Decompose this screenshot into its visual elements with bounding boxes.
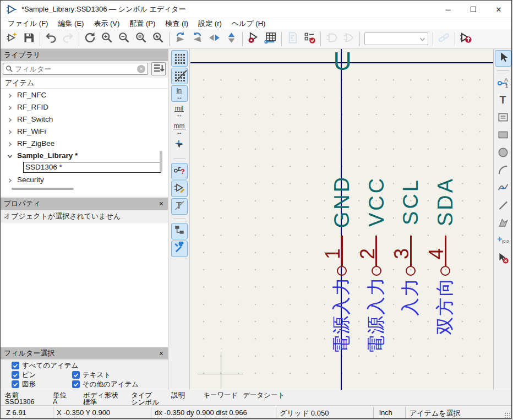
textbox-tool-button[interactable] [495,110,511,127]
drawing-tools-toolbar: A1T(0,0) [493,49,512,390]
rotate-ccw-button[interactable] [172,30,189,47]
save-button[interactable] [20,30,37,47]
redo-button[interactable] [59,30,77,47]
zoom-in-button[interactable] [99,30,116,47]
refresh-view-button[interactable] [81,30,99,47]
zoom-selection-button[interactable] [150,30,167,47]
minimize-button[interactable]: ─ [435,1,461,18]
symbol-name-edit-field[interactable]: SSD1306 * [23,162,161,173]
editor-canvas[interactable]: U 1GND電源入力2VCC電源入力3SCL入力4SDA双方向 [190,49,493,390]
tree-item-rf-wifi[interactable]: RF_WiFi [1,125,168,137]
grid-override-button[interactable] [171,68,188,84]
delete-tool-button[interactable] [495,251,511,268]
maximize-button[interactable] [461,1,486,18]
symbol-tree-icon [173,224,185,238]
filter-close-icon[interactable]: × [159,347,163,359]
zoom-out-button[interactable] [116,30,133,47]
pin-electrical-types-button[interactable]: ? [171,163,188,179]
pin-table-button[interactable] [262,30,279,47]
close-button[interactable]: ✕ [486,1,511,18]
properties-close-icon[interactable]: × [159,198,163,210]
filter-checkbox-1[interactable]: ピン [12,370,36,379]
tree-item-ssd1306[interactable]: SSD1306 * [1,161,168,173]
filter-checkbox-2[interactable]: テキスト [72,370,111,379]
zoom-out-icon [118,31,130,46]
clear-search-icon[interactable]: × [137,65,145,73]
chevron-collapsed-icon[interactable] [7,116,13,122]
symbol-properties-button[interactable] [245,30,262,47]
units-mils-button[interactable]: mil↔ [171,103,188,119]
search-input[interactable] [14,65,137,73]
polygon-tool-button[interactable] [495,216,511,232]
menu-item-2[interactable]: 表示 (V) [89,18,124,29]
arc-tool-button[interactable] [495,163,511,179]
bezier-tool-button[interactable] [495,181,511,197]
sync-pins-button[interactable] [435,30,452,47]
tree-vertical-scrollbar[interactable] [160,151,162,172]
select-tool-button[interactable] [495,50,511,67]
tree-item-rf-nfc[interactable]: RF_NFC [1,89,168,101]
chevron-collapsed-icon[interactable] [7,128,13,134]
mirror-horizontal-button[interactable] [206,30,223,47]
datasheet-icon [286,31,299,46]
new-symbol-button[interactable] [3,30,20,47]
pin-tool-button[interactable]: A1 [495,75,511,91]
unit-select[interactable] [364,32,428,45]
line-tool-icon [497,199,509,214]
properties-panel-button[interactable] [171,241,188,257]
filter-checkbox-4[interactable]: その他のアイテム [72,380,139,389]
tree-item-rf-switch[interactable]: RF_Switch [1,113,168,125]
menu-item-6[interactable]: ヘルプ (H) [227,18,271,29]
text-tool-button[interactable]: T [495,92,511,109]
symbol-properties-icon [247,31,260,46]
rectangle-tool-button[interactable] [495,128,511,144]
tree-item-sample-library[interactable]: Sample_Library * [1,149,168,161]
tree-item-rf-zigbee[interactable]: RF_ZigBee [1,137,168,149]
snap-cursor-button[interactable] [171,138,188,155]
search-icon [6,65,14,73]
zoom-in-icon [101,31,113,46]
chevron-collapsed-icon[interactable] [7,177,13,182]
tree-item-rf-rfid[interactable]: RF_RFID [1,101,168,113]
undo-button[interactable] [42,30,59,47]
demorgan-standard-button[interactable] [323,30,340,47]
menu-item-4[interactable]: 検査 (I) [160,18,193,29]
tree-item-label: RF_WiFi [17,127,46,135]
show-hidden-pins-icon [173,182,185,196]
erc-button[interactable] [301,30,318,47]
sort-button[interactable] [151,62,166,75]
menu-item-3[interactable]: 配置 (P) [124,18,160,29]
grid-dots-button[interactable] [171,50,188,67]
demorgan-alternate-button[interactable] [340,30,357,47]
anchor-tool-button[interactable]: (0,0) [495,233,511,250]
chevron-expanded-icon[interactable] [7,152,13,158]
menu-item-0[interactable]: ファイル (F) [3,18,53,29]
datasheet-button[interactable] [284,30,301,47]
units-inches-button[interactable]: in↔ [171,85,188,102]
chevron-collapsed-icon[interactable] [7,140,13,146]
show-hidden-fields-button[interactable]: T [171,198,188,215]
line-tool-button[interactable] [495,198,511,215]
chevron-collapsed-icon[interactable] [7,92,13,97]
tree-item-security[interactable]: Security [1,173,168,186]
chevron-collapsed-icon[interactable] [7,104,13,110]
units-mm-button[interactable]: mm↔ [171,121,188,137]
circle-tool-icon [497,146,509,161]
filter-checkbox-0[interactable]: すべてのアイテム [12,361,78,370]
filter-checkbox-3[interactable]: 図形 [12,380,36,389]
tree-horizontal-scrollbar[interactable] [12,188,74,190]
show-hidden-pins-button[interactable] [171,181,188,197]
symbol-tree-button[interactable] [171,223,188,239]
export-symbol-button[interactable] [457,30,474,47]
pin-electrical-type-label: 電源入力 [366,276,384,353]
reference-designator[interactable]: U [333,49,351,74]
menu-item-5[interactable]: 設定 (r) [193,18,227,29]
resize-grip[interactable] [504,412,510,418]
rotate-cw-button[interactable] [189,30,206,47]
menu-item-1[interactable]: 編集 (E) [53,18,89,29]
circle-tool-button[interactable] [495,145,511,162]
mirror-vertical-button[interactable] [223,30,240,47]
library-search-box[interactable]: × [3,63,148,75]
toolbar-separator [173,219,185,219]
zoom-fit-button[interactable] [133,30,150,47]
